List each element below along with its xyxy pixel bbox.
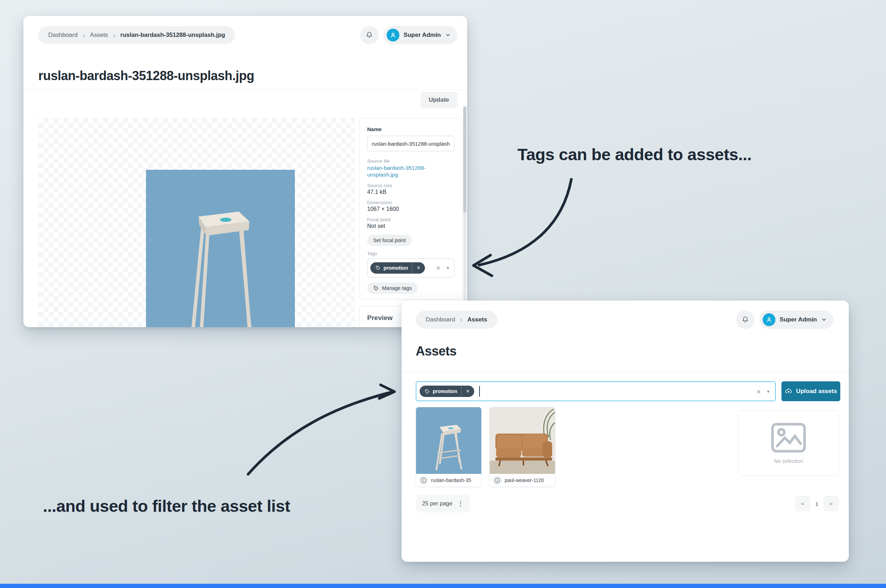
prev-page-button[interactable]: « — [795, 496, 811, 512]
source-file-label: Source file — [367, 158, 454, 164]
per-page-button[interactable]: 25 per page ⋮ — [416, 495, 470, 513]
asset-thumbnail-stool — [416, 407, 481, 474]
upload-assets-label: Upload assets — [796, 388, 837, 395]
asset-detail-window: Dashboard › Assets › ruslan-bardash-3512… — [23, 16, 467, 327]
person-icon — [389, 31, 397, 39]
list-footer: 25 per page ⋮ « 1 » — [416, 495, 839, 513]
clear-tags-icon[interactable]: × — [436, 264, 440, 272]
user-menu[interactable]: Super Admin — [384, 26, 457, 44]
asset-caption: paul-weaver-1120 — [490, 474, 555, 487]
tags-label: Tags — [367, 251, 454, 256]
breadcrumb-dashboard[interactable]: Dashboard — [426, 316, 455, 323]
cloud-upload-icon — [785, 387, 792, 395]
info-icon[interactable] — [419, 476, 428, 485]
chevron-right-icon: › — [460, 316, 462, 323]
asset-name: ruslan-bardash-35 — [431, 477, 471, 483]
manage-tags-label: Manage tags — [382, 285, 412, 291]
breadcrumb: Dashboard › Assets — [416, 311, 497, 328]
next-page-button[interactable]: » — [823, 496, 839, 512]
asset-thumbnail-couch — [490, 407, 555, 474]
source-size-value: 47.1 kB — [367, 189, 454, 195]
arrow-to-tags-field — [479, 179, 571, 265]
breadcrumb: Dashboard › Assets › ruslan-bardash-3512… — [38, 26, 235, 44]
chevron-right-icon: › — [82, 32, 85, 39]
dimensions-label: Dimensions — [367, 200, 454, 205]
user-name: Super Admin — [404, 32, 441, 39]
no-selection-panel: No selection — [738, 410, 839, 476]
dropdown-caret-icon[interactable]: ▾ — [447, 266, 449, 270]
tag-chip-promotion: promotion × — [370, 262, 425, 274]
chevron-down-icon — [821, 317, 827, 322]
tag-icon — [424, 389, 430, 394]
arrow-to-tags-field-head — [474, 255, 492, 276]
user-name: Super Admin — [780, 316, 817, 323]
detail-header: Dashboard › Assets › ruslan-bardash-3512… — [38, 26, 457, 44]
asset-card-stool[interactable]: ruslan-bardash-35 — [416, 407, 482, 487]
remove-tag-icon[interactable]: × — [461, 386, 474, 397]
kebab-menu-icon[interactable]: ⋮ — [457, 500, 463, 507]
dropdown-caret-icon[interactable]: ▾ — [767, 389, 769, 394]
current-page-number: 1 — [815, 501, 819, 507]
bell-icon — [365, 31, 373, 39]
name-label: Name — [367, 126, 454, 132]
arrow-to-filter-input-head — [379, 385, 394, 398]
screenshot-canvas: Dashboard › Assets › ruslan-bardash-3512… — [0, 0, 886, 588]
filter-tag-label: promotion — [433, 388, 457, 394]
notifications-button[interactable] — [360, 26, 378, 44]
header-actions: Super Admin — [736, 310, 833, 329]
focal-point-value: Not set — [367, 223, 454, 230]
dimensions-value: 1067 × 1600 — [367, 206, 454, 212]
tag-filter-input[interactable]: promotion × × ▾ — [416, 381, 776, 401]
annotation-tags-added: Tags can be added to assets... — [517, 145, 752, 164]
avatar — [387, 29, 399, 42]
video-progress-bar — [0, 584, 886, 588]
person-icon — [765, 316, 773, 324]
remove-tag-icon[interactable]: × — [412, 262, 424, 274]
tag-icon — [375, 265, 381, 270]
image-placeholder-icon — [771, 423, 806, 453]
image-preview-area — [38, 118, 354, 327]
bell-icon — [741, 315, 750, 324]
asset-caption: ruslan-bardash-35 — [416, 474, 481, 487]
per-page-label: 25 per page — [422, 501, 452, 507]
text-cursor — [479, 386, 480, 397]
tag-chip-label: promotion — [384, 265, 408, 271]
set-focal-point-button[interactable]: Set focal point — [367, 235, 412, 246]
tag-icon — [373, 285, 379, 291]
manage-tags-button[interactable]: Manage tags — [367, 282, 418, 294]
no-selection-label: No selection — [774, 458, 804, 464]
avatar — [763, 314, 775, 326]
breadcrumb-dashboard[interactable]: Dashboard — [48, 32, 78, 39]
breadcrumb-assets: Assets — [468, 316, 487, 323]
source-size-label: Source size — [367, 183, 454, 188]
arrow-to-filter-input — [248, 392, 391, 474]
pagination: « 1 » — [795, 496, 839, 512]
breadcrumb-current-file: ruslan-bardash-351288-unsplash.jpg — [120, 32, 225, 39]
source-file-link[interactable]: ruslan-bardash-351288-unsplash.jpg — [367, 165, 454, 178]
asset-photo-stool — [146, 170, 295, 327]
filter-tag-chip-promotion: promotion × — [420, 386, 474, 397]
update-button[interactable]: Update — [420, 92, 457, 108]
user-menu[interactable]: Super Admin — [760, 310, 833, 329]
breadcrumb-assets[interactable]: Assets — [90, 32, 108, 39]
annotation-filter-list: ...and used to filter the asset list — [43, 496, 290, 516]
upload-assets-button[interactable]: Upload assets — [781, 381, 840, 401]
scrollbar-thumb[interactable] — [463, 106, 466, 213]
name-field[interactable] — [367, 136, 454, 152]
asset-card-couch[interactable]: paul-weaver-1120 — [489, 407, 555, 487]
clear-filter-icon[interactable]: × — [756, 388, 760, 395]
list-header: Dashboard › Assets — [416, 310, 833, 329]
scrollbar[interactable] — [463, 106, 466, 323]
filter-row: promotion × × ▾ Upload assets — [416, 381, 840, 401]
header-actions: Super Admin — [360, 26, 457, 44]
info-icon[interactable] — [493, 476, 502, 485]
page-title: ruslan-bardash-351288-unsplash.jpg — [38, 68, 254, 83]
chevron-down-icon — [445, 32, 451, 38]
asset-name: paul-weaver-1120 — [505, 477, 544, 483]
page-title: Assets — [416, 344, 456, 358]
tags-input[interactable]: promotion × × ▾ — [367, 258, 454, 278]
focal-point-label: Focal point — [367, 217, 454, 222]
notifications-button[interactable] — [736, 310, 754, 329]
asset-details-panel: Name Source file ruslan-bardash-351288-u… — [359, 118, 462, 300]
chevron-right-icon: › — [113, 32, 115, 39]
